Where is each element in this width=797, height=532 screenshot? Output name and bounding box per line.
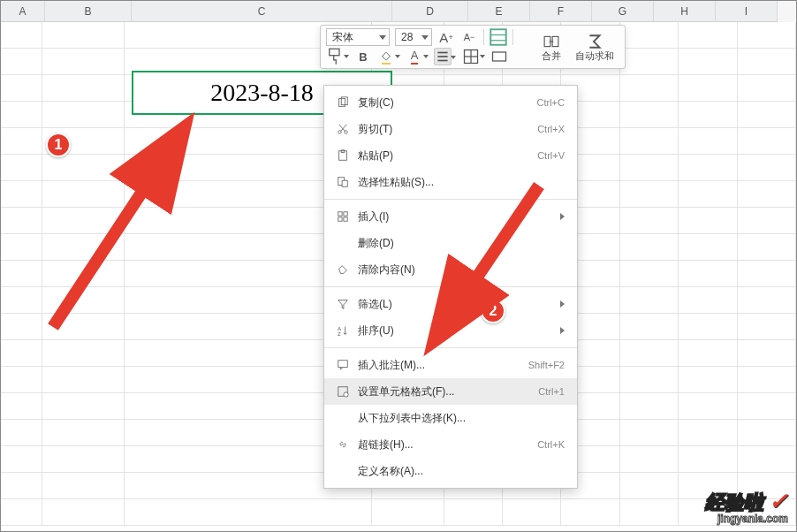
format-painter-icon[interactable]	[326, 48, 344, 65]
cell[interactable]	[42, 420, 125, 446]
cell[interactable]	[42, 287, 125, 314]
cell[interactable]	[679, 208, 737, 234]
cell[interactable]	[620, 367, 679, 393]
cell[interactable]	[620, 473, 679, 499]
cell[interactable]	[679, 314, 737, 340]
cell[interactable]	[42, 473, 125, 499]
cell[interactable]	[738, 340, 796, 367]
cell[interactable]	[679, 261, 737, 287]
cell[interactable]	[42, 75, 125, 102]
cell[interactable]	[620, 128, 679, 155]
column-header[interactable]: B	[45, 1, 132, 22]
cell[interactable]	[42, 234, 125, 261]
font-name-combo[interactable]: 宋体	[326, 28, 390, 46]
cell[interactable]	[620, 102, 679, 128]
cell[interactable]	[42, 393, 125, 420]
decrease-font-icon[interactable]: A−	[460, 28, 478, 46]
cell[interactable]	[679, 49, 737, 75]
font-size-combo[interactable]: 28	[395, 28, 432, 46]
cell[interactable]	[738, 102, 796, 128]
cell[interactable]	[1, 234, 42, 261]
cell[interactable]	[679, 446, 737, 473]
autosum-button[interactable]: 自动求和	[570, 27, 619, 68]
cell[interactable]	[679, 234, 737, 261]
menu-item[interactable]: 粘贴(P)Ctrl+V	[324, 142, 577, 169]
cell[interactable]	[42, 181, 125, 208]
cell[interactable]	[1, 261, 42, 287]
cell[interactable]	[42, 261, 125, 287]
cell[interactable]	[738, 208, 796, 234]
table-style-icon[interactable]	[490, 28, 507, 46]
cell[interactable]	[738, 393, 796, 420]
cell[interactable]	[42, 499, 125, 526]
cell[interactable]	[42, 446, 125, 473]
cell[interactable]	[620, 208, 679, 234]
cell[interactable]	[738, 155, 796, 181]
menu-item[interactable]: 从下拉列表中选择(K)...	[324, 405, 577, 431]
cell[interactable]	[620, 22, 679, 49]
cell[interactable]	[738, 234, 796, 261]
cell[interactable]	[1, 22, 42, 49]
cell[interactable]	[620, 420, 679, 446]
cell[interactable]	[1, 473, 42, 499]
cell[interactable]	[738, 446, 796, 473]
cell[interactable]	[1, 314, 42, 340]
cell[interactable]	[125, 499, 372, 526]
cell[interactable]	[679, 102, 737, 128]
cell[interactable]	[620, 49, 679, 75]
cell[interactable]	[620, 340, 679, 367]
fill-color-icon[interactable]: ◇	[377, 48, 395, 65]
menu-item[interactable]: AZ排序(U)	[324, 317, 577, 344]
bold-icon[interactable]: B	[354, 48, 372, 65]
cell[interactable]	[679, 75, 737, 102]
cell[interactable]	[1, 208, 42, 234]
cell[interactable]	[620, 446, 679, 473]
menu-item[interactable]: 选择性粘贴(S)...	[324, 169, 577, 195]
cell[interactable]	[679, 287, 737, 314]
cell[interactable]	[1, 499, 42, 526]
cell[interactable]	[620, 181, 679, 208]
border-icon[interactable]	[462, 48, 480, 65]
cell[interactable]	[738, 128, 796, 155]
menu-item[interactable]: 定义名称(A)...	[324, 458, 577, 484]
column-header[interactable]: H	[654, 1, 716, 22]
cell[interactable]	[42, 314, 125, 340]
cell[interactable]	[1, 420, 42, 446]
menu-item[interactable]: 筛选(L)	[324, 291, 577, 317]
cell[interactable]	[503, 499, 561, 526]
column-header[interactable]: C	[132, 1, 392, 22]
cell[interactable]	[738, 314, 796, 340]
cell[interactable]	[738, 287, 796, 314]
cell[interactable]	[738, 420, 796, 446]
cell[interactable]	[372, 499, 444, 526]
cell[interactable]	[738, 181, 796, 208]
column-header[interactable]: I	[716, 1, 778, 22]
cell[interactable]	[42, 102, 125, 128]
cell[interactable]	[1, 446, 42, 473]
cell[interactable]	[42, 367, 125, 393]
cell-format-icon[interactable]	[490, 48, 508, 65]
cell[interactable]	[620, 499, 679, 526]
align-icon[interactable]	[434, 48, 452, 65]
menu-item[interactable]: 超链接(H)...Ctrl+K	[324, 431, 577, 458]
cell[interactable]	[738, 261, 796, 287]
cell[interactable]	[620, 287, 679, 314]
menu-item[interactable]: 插入批注(M)...Shift+F2	[324, 352, 577, 378]
cell[interactable]	[679, 128, 737, 155]
menu-item[interactable]: 复制(C)Ctrl+C	[324, 89, 577, 116]
cell[interactable]	[620, 393, 679, 420]
cell[interactable]	[738, 75, 796, 102]
cell[interactable]	[738, 22, 796, 49]
menu-item[interactable]: 剪切(T)Ctrl+X	[324, 116, 577, 142]
menu-item[interactable]: 删除(D)	[324, 230, 577, 256]
cell[interactable]	[679, 155, 737, 181]
cell[interactable]	[679, 340, 737, 367]
cell[interactable]	[561, 499, 619, 526]
cell[interactable]	[620, 261, 679, 287]
cell[interactable]	[1, 181, 42, 208]
cell[interactable]	[679, 367, 737, 393]
cell[interactable]	[1, 340, 42, 367]
cell[interactable]	[679, 22, 737, 49]
cell[interactable]	[1, 287, 42, 314]
cell[interactable]	[42, 208, 125, 234]
